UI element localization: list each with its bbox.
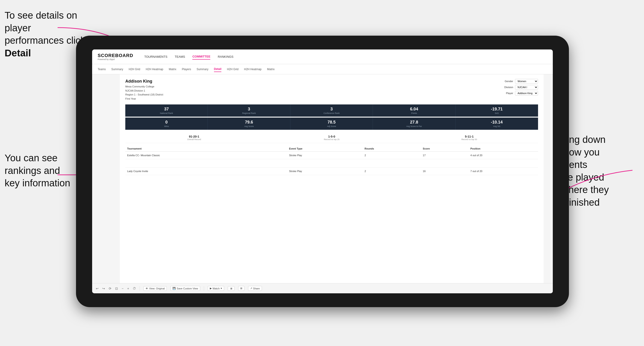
view-original-button[interactable]: 👁 View: Original (144, 286, 167, 291)
stat-national-rank-label: National Rank (128, 112, 205, 114)
player-header: Addison King Mesa Community College NJCA… (125, 79, 538, 101)
watch-icon: ▶ (210, 287, 212, 290)
grid-icon-button[interactable]: ⊞ (238, 286, 244, 291)
player-name: Addison King (125, 79, 163, 84)
stats-row2: 0 Wins 79.6 Avg Score 78.5 Adj Score 27.… (125, 118, 538, 130)
subnav-h2h-grid[interactable]: H2H Grid (129, 67, 140, 72)
annotation-bottom-left-line3: key information (4, 177, 70, 188)
player-region: Region 1 - Southwest (18) District (125, 93, 163, 97)
stat-avg-sg-label: Avg SG (458, 125, 535, 128)
subnav-matrix[interactable]: Matrix (169, 67, 176, 72)
refresh-icon[interactable]: ⟳ (109, 287, 112, 290)
sub-nav: Teams Summary H2H Grid H2H Heatmap Matri… (92, 64, 553, 74)
plus-icon[interactable]: + (127, 287, 129, 290)
bottom-toolbar: ↩ ↪ ⟳ ⊡ − + ⏱ 👁 View: Original 💾 Save Cu… (92, 283, 553, 293)
stat-avg-score: 79.6 Avg Score (208, 118, 290, 130)
subnav-players[interactable]: Players (182, 67, 191, 72)
stat-avg-score-label: Avg Score (210, 125, 287, 128)
redo-icon[interactable]: ↪ (102, 287, 105, 290)
position-empty (468, 159, 538, 168)
nav-items: TOURNAMENTS TEAMS COMMITTEE RANKINGS (144, 54, 233, 60)
save-custom-view-button[interactable]: 💾 Save Custom View (170, 286, 200, 291)
stat-conference-rank-label: Conference Rank (293, 112, 370, 114)
undo-icon[interactable]: ↩ (96, 287, 98, 290)
gender-select[interactable]: Women Men (515, 79, 538, 84)
division-control-row: Division NJCAA I NJCAA II (504, 85, 538, 89)
subnav-h2h-grid2[interactable]: H2H Grid (227, 67, 238, 72)
record-top50-value: 5-11-1 (400, 135, 538, 138)
subnav-summary[interactable]: Summary (111, 67, 123, 72)
record-top25-label: Record vs top 25 (263, 138, 400, 141)
stat-national-rank-value: 37 (128, 107, 205, 112)
gender-control-row: Gender Women Men (505, 79, 538, 84)
division-label: Division (504, 86, 513, 89)
subnav-h2h-heatmap[interactable]: H2H Heatmap (146, 67, 163, 72)
record-top50: 5-11-1 Record vs top 50 (400, 135, 538, 141)
save-icon: 💾 (172, 287, 176, 290)
table-row: Estella CC- Mountain Classic Stroke Play… (125, 152, 538, 159)
stat-regional-rank-value: 3 (210, 107, 287, 112)
nav-committee[interactable]: COMMITTEE (192, 54, 210, 60)
player-controls: Gender Women Men Division NJCAA I NJCAA … (504, 79, 538, 95)
clock-icon[interactable]: ⏱ (133, 287, 136, 290)
tournament-name-empty (125, 159, 287, 168)
view-original-label: View: Original (149, 287, 165, 290)
player-college: Mesa Community College (125, 85, 163, 89)
stat-wins: 0 Wins (125, 118, 208, 130)
screen-icon-button[interactable]: 🖥 (228, 286, 234, 291)
minus-icon[interactable]: − (122, 287, 124, 290)
col-rounds: Rounds (363, 146, 421, 152)
stat-adj-score-label: Adj Score (293, 125, 370, 128)
stat-wins-value: 0 (128, 120, 205, 125)
record-top25-value: 1-5-0 (263, 135, 400, 138)
score-empty (421, 159, 469, 168)
tournament-table: Tournament Event Type Rounds Score Posit… (125, 146, 538, 175)
zoom-fit-icon[interactable]: ⊡ (115, 287, 118, 290)
toolbar-divider-2 (204, 286, 204, 291)
stat-national-rank: 37 National Rank (125, 104, 208, 117)
subnav-h2h-heatmap2[interactable]: H2H Heatmap (244, 67, 262, 72)
stat-sos-label: SoS (458, 112, 535, 114)
stat-points-value: 6.04 (376, 107, 452, 112)
annotation-bottom-left: You can see rankings and key information (4, 152, 88, 189)
subnav-summary2[interactable]: Summary (196, 67, 208, 72)
player-label: Player (506, 92, 513, 95)
content-area: Addison King Mesa Community College NJCA… (92, 74, 553, 283)
tablet-screen: SCOREBOARD Powered by clippd TOURNAMENTS… (92, 49, 553, 293)
annotation-bottom-left-line1: You can see (4, 153, 58, 163)
position-2: 7 out of 20 (468, 168, 538, 175)
stat-adj-score: 78.5 Adj Score (290, 118, 373, 130)
nav-rankings[interactable]: RANKINGS (218, 54, 233, 59)
stat-avg-score-par-value: 27.8 (376, 120, 452, 125)
col-event-type: Event Type (287, 146, 363, 152)
logo-title: SCOREBOARD (98, 53, 133, 58)
logo-sub: Powered by clippd (98, 58, 133, 60)
share-label: Share (253, 287, 260, 290)
records-row: 91-20-1 Overall Record 1-5-0 Record vs t… (125, 133, 538, 143)
player-info: Addison King Mesa Community College NJCA… (125, 79, 163, 101)
subnav-teams[interactable]: Teams (98, 67, 106, 72)
event-type-1: Stroke Play (287, 152, 363, 159)
stat-conference-rank: 3 Conference Rank (290, 104, 373, 117)
subnav-detail[interactable]: Detail (214, 66, 222, 72)
event-type-empty (287, 159, 363, 168)
nav-teams[interactable]: TEAMS (175, 54, 185, 59)
tournament-name-1: Estella CC- Mountain Classic (125, 152, 287, 159)
watch-button[interactable]: ▶ Watch ▾ (208, 286, 224, 291)
table-header-row: Tournament Event Type Rounds Score Posit… (125, 146, 538, 152)
subnav-matrix2[interactable]: Matrix (267, 67, 275, 72)
nav-tournaments[interactable]: TOURNAMENTS (144, 54, 167, 59)
logo-area: SCOREBOARD Powered by clippd (98, 53, 133, 60)
watch-label: Watch (212, 287, 220, 290)
score-2: 16 (421, 168, 469, 175)
stat-conference-rank-value: 3 (293, 107, 370, 112)
rounds-2: 2 (363, 168, 421, 175)
stat-sos: -19.71 SoS (456, 104, 538, 117)
division-select[interactable]: NJCAA I NJCAA II (515, 85, 538, 89)
record-overall-value: 91-20-1 (125, 135, 263, 138)
stat-points: 6.04 Points (373, 104, 455, 117)
annotation-top-left-text: To see details on player performances cl… (4, 10, 85, 46)
share-button[interactable]: ↗ Share (248, 286, 262, 291)
eye-icon: 👁 (146, 287, 148, 290)
player-select[interactable]: Addison King (515, 91, 538, 95)
